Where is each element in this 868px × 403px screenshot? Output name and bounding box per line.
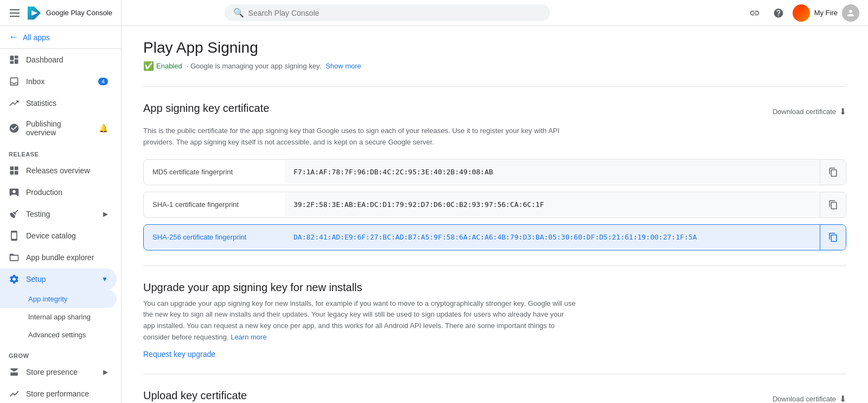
- topbar: 🔍 My Fire: [122, 0, 868, 26]
- cert-row-md5: MD5 certificate fingerprint F7:1A:AF:78:…: [143, 159, 846, 185]
- cert-row-sha256: SHA-256 certificate fingerprint DA:82:41…: [143, 224, 846, 250]
- sidebar-item-label: App bundle explorer: [26, 253, 94, 262]
- status-enabled: ✅ Enabled: [143, 61, 182, 71]
- request-key-upgrade-link[interactable]: Request key upgrade: [143, 350, 215, 358]
- sidebar-item-releases-overview[interactable]: Releases overview: [0, 160, 117, 181]
- main-area: 🔍 My Fire Play App Signing ✅ Enabled ·: [122, 0, 868, 403]
- cert-value-sha256: DA:82:41:AD:E9:6F:27:BC:AD:B7:A5:9F:58:6…: [285, 225, 820, 249]
- hamburger-menu[interactable]: [9, 7, 21, 20]
- sidebar-item-publishing-overview[interactable]: Publishing overview 🔔: [0, 114, 117, 142]
- logo-area: Google Play Console: [25, 4, 112, 22]
- download-cert-button-2[interactable]: Download certificate ⬇: [773, 389, 846, 403]
- sidebar-item-setup[interactable]: Setup ▼: [0, 268, 117, 290]
- svg-rect-3: [10, 171, 14, 175]
- cert-row-sha1: SHA-1 certificate fingerprint 39:2F:58:3…: [143, 192, 846, 218]
- sidebar-sub-item-advanced-settings[interactable]: Advanced settings: [0, 326, 117, 344]
- setup-expand-icon: [9, 274, 20, 285]
- sidebar-item-production[interactable]: Production: [0, 181, 117, 203]
- dashboard-icon: [9, 54, 20, 65]
- cert-label-md5: MD5 certificate fingerprint: [144, 160, 285, 184]
- sidebar-item-app-bundle-explorer[interactable]: App bundle explorer: [0, 247, 117, 268]
- sidebar-item-inbox[interactable]: Inbox 4: [0, 71, 117, 92]
- testing-icon: [9, 209, 20, 219]
- upload-cert-section: Upload key certificate Download certific…: [143, 389, 846, 403]
- sidebar-sub-label: App integrity: [28, 295, 67, 303]
- grow-section-label: Grow: [0, 344, 121, 361]
- link-icon-button[interactable]: [745, 3, 764, 23]
- release-section-label: Release: [0, 142, 121, 160]
- statistics-icon: [9, 98, 20, 109]
- signing-cert-header-row: App signing key certificate Download cer…: [143, 102, 846, 121]
- download-cert-label-1: Download certificate: [773, 108, 836, 116]
- back-arrow-icon: ←: [9, 32, 18, 43]
- show-more-link[interactable]: Show more: [326, 62, 361, 70]
- upload-cert-title: Upload key certificate: [143, 389, 247, 402]
- user-label: My Fire: [814, 9, 838, 17]
- help-icon-button[interactable]: [769, 3, 788, 23]
- download-cert-icon-1: ⬇: [839, 106, 846, 117]
- upgrade-desc: You can upgrade your app signing key for…: [143, 298, 577, 343]
- sidebar: Google Play Console ← All apps Dashboard…: [0, 0, 122, 403]
- sidebar-item-label: Publishing overview: [26, 119, 92, 137]
- publishing-icon: [9, 123, 20, 134]
- copy-button-sha256[interactable]: [820, 225, 846, 250]
- upload-cert-header-row: Upload key certificate Download certific…: [143, 389, 846, 403]
- sidebar-item-label: Production: [26, 188, 62, 197]
- divider-1: [143, 86, 846, 87]
- setup-arrow-icon: ▼: [101, 275, 108, 283]
- performance-icon: [9, 388, 20, 399]
- copy-button-sha1[interactable]: [820, 192, 846, 217]
- topbar-right: My Fire: [745, 3, 859, 23]
- expand-arrow-icon: ▶: [103, 210, 108, 218]
- cert-label-sha1: SHA-1 certificate fingerprint: [144, 193, 285, 216]
- sidebar-header: Google Play Console: [0, 0, 121, 26]
- check-circle-icon: ✅: [143, 61, 154, 71]
- status-desc: · Google is managing your app signing ke…: [187, 62, 321, 70]
- cert-value-sha1: 39:2F:58:3E:AB:EA:DC:D1:79:92:D7:D6:0C:B…: [285, 193, 820, 216]
- sidebar-item-label: Store presence: [26, 368, 78, 376]
- sidebar-item-testing[interactable]: Testing ▶: [0, 203, 117, 225]
- sidebar-item-label: Testing: [26, 210, 50, 218]
- play-console-logo: [25, 4, 43, 22]
- search-input[interactable]: [248, 9, 541, 17]
- sidebar-item-dashboard[interactable]: Dashboard: [0, 49, 117, 71]
- search-box[interactable]: 🔍: [225, 4, 550, 21]
- sidebar-item-store-performance[interactable]: Store performance: [0, 383, 117, 403]
- sidebar-sub-item-app-integrity[interactable]: App integrity: [0, 290, 117, 308]
- app-avatar[interactable]: [793, 4, 810, 22]
- sidebar-item-device-catalog[interactable]: Device catalog: [0, 225, 117, 247]
- upgrade-title: Upgrade your app signing key for new ins…: [143, 281, 846, 294]
- status-bar: ✅ Enabled · Google is managing your app …: [143, 61, 846, 71]
- upgrade-desc-text: You can upgrade your app signing key for…: [143, 299, 576, 341]
- sidebar-item-label: Device catalog: [26, 231, 76, 240]
- sidebar-sub-label: Advanced settings: [28, 331, 86, 339]
- sidebar-item-label: Statistics: [26, 99, 56, 108]
- store-icon: [9, 367, 20, 377]
- svg-rect-1: [10, 167, 14, 171]
- cert-label-sha256: SHA-256 certificate fingerprint: [144, 225, 285, 249]
- copy-button-md5[interactable]: [820, 160, 846, 185]
- page-title: Play App Signing: [143, 39, 846, 56]
- status-enabled-text: Enabled: [156, 62, 182, 70]
- sidebar-item-label: Dashboard: [26, 55, 63, 64]
- sidebar-item-statistics[interactable]: Statistics: [0, 92, 117, 114]
- user-avatar[interactable]: [842, 4, 859, 22]
- production-icon: [9, 187, 20, 198]
- signing-cert-desc: This is the public certificate for the a…: [143, 125, 577, 148]
- signing-cert-section: App signing key certificate Download cer…: [143, 102, 846, 250]
- svg-rect-2: [15, 167, 18, 171]
- sidebar-item-label: Releases overview: [26, 166, 90, 175]
- releases-icon: [9, 165, 20, 176]
- bundle-icon: [9, 252, 20, 263]
- sidebar-item-label: Setup: [26, 275, 46, 284]
- all-apps-button[interactable]: ← All apps: [0, 26, 121, 49]
- learn-more-link[interactable]: Learn more: [231, 333, 266, 341]
- sidebar-item-store-presence[interactable]: Store presence ▶: [0, 361, 117, 383]
- all-apps-label: All apps: [23, 33, 50, 42]
- device-icon: [9, 230, 20, 241]
- sidebar-sub-item-internal-app-sharing[interactable]: Internal app sharing: [0, 308, 117, 326]
- download-cert-button-1[interactable]: Download certificate ⬇: [773, 102, 846, 121]
- content-area: Play App Signing ✅ Enabled · Google is m…: [122, 26, 868, 403]
- divider-3: [143, 374, 846, 374]
- signing-cert-title: App signing key certificate: [143, 102, 269, 115]
